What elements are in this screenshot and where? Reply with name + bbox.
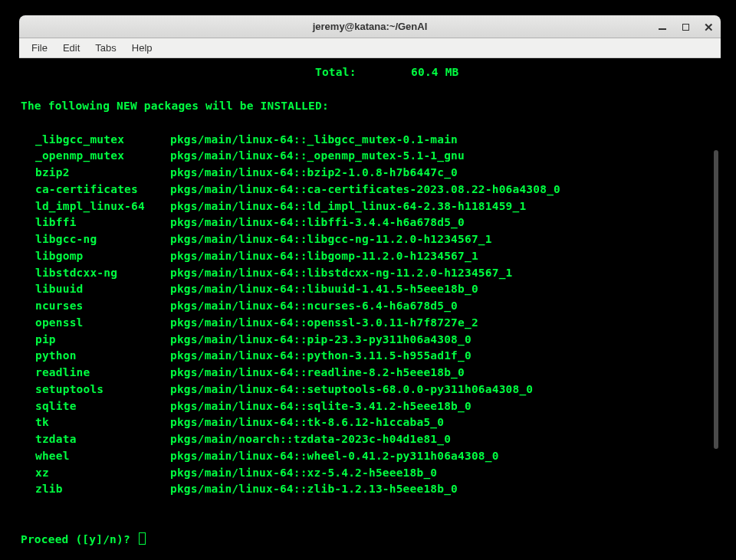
package-row: _libgcc_mutexpkgs/main/linux-64::_libgcc… bbox=[21, 132, 719, 149]
package-spec: pkgs/main/linux-64::libgcc-ng-11.2.0-h12… bbox=[170, 231, 492, 248]
package-name: libgomp bbox=[21, 248, 170, 265]
package-row: setuptoolspkgs/main/linux-64::setuptools… bbox=[21, 382, 719, 398]
package-spec: pkgs/main/linux-64::libuuid-1.41.5-h5eee… bbox=[170, 281, 478, 298]
total-label: Total: bbox=[315, 66, 356, 78]
package-spec: pkgs/main/linux-64::libffi-3.4.4-h6a678d… bbox=[170, 215, 465, 231]
menu-file[interactable]: File bbox=[24, 40, 55, 56]
window-title: jeremy@katana:~/GenAI bbox=[313, 21, 428, 32]
package-row: libgcc-ngpkgs/main/linux-64::libgcc-ng-1… bbox=[21, 231, 719, 248]
package-row: wheelpkgs/main/linux-64::wheel-0.41.2-py… bbox=[21, 448, 719, 465]
package-row: libgomppkgs/main/linux-64::libgomp-11.2.… bbox=[21, 248, 719, 265]
package-row: bzip2pkgs/main/linux-64::bzip2-1.0.8-h7b… bbox=[21, 165, 719, 182]
prompt-line: Proceed ([y]/n)? bbox=[21, 532, 719, 549]
window-controls: ✕ bbox=[656, 15, 715, 38]
package-name: _libgcc_mutex bbox=[21, 132, 170, 149]
package-name: readline bbox=[21, 365, 170, 382]
package-spec: pkgs/main/linux-64::libstdcxx-ng-11.2.0-… bbox=[170, 265, 513, 282]
total-value: 60.4 MB bbox=[411, 66, 459, 78]
package-name: setuptools bbox=[21, 382, 170, 398]
package-spec: pkgs/main/linux-64::openssl-3.0.11-h7f87… bbox=[170, 315, 478, 332]
package-row: tkpkgs/main/linux-64::tk-8.6.12-h1ccaba5… bbox=[21, 414, 719, 431]
package-spec: pkgs/main/linux-64::xz-5.4.2-h5eee18b_0 bbox=[170, 465, 437, 482]
minimize-button[interactable] bbox=[656, 21, 669, 33]
scrollbar[interactable] bbox=[714, 150, 718, 449]
package-row: ncursespkgs/main/linux-64::ncurses-6.4-h… bbox=[21, 298, 719, 315]
prompt-text: Proceed ([y]/n)? bbox=[21, 533, 137, 545]
package-name: sqlite bbox=[21, 398, 170, 415]
minimize-icon bbox=[659, 28, 666, 30]
cursor bbox=[139, 532, 146, 545]
package-spec: pkgs/main/linux-64::_libgcc_mutex-0.1-ma… bbox=[170, 132, 458, 149]
package-row: sqlitepkgs/main/linux-64::sqlite-3.41.2-… bbox=[21, 398, 719, 415]
package-list: _libgcc_mutexpkgs/main/linux-64::_libgcc… bbox=[21, 132, 719, 499]
package-row: tzdatapkgs/main/noarch::tzdata-2023c-h04… bbox=[21, 431, 719, 448]
terminal-content[interactable]: Total: 60.4 MB The following NEW package… bbox=[19, 58, 721, 552]
menubar: File Edit Tabs Help bbox=[19, 38, 721, 58]
total-line: Total: 60.4 MB bbox=[21, 64, 719, 81]
package-spec: pkgs/main/linux-64::bzip2-1.0.8-h7b6447c… bbox=[170, 165, 458, 182]
package-row: libuuidpkgs/main/linux-64::libuuid-1.41.… bbox=[21, 281, 719, 298]
package-name: _openmp_mutex bbox=[21, 148, 170, 165]
install-header: The following NEW packages will be INSTA… bbox=[21, 98, 719, 115]
package-name: wheel bbox=[21, 448, 170, 465]
package-name: bzip2 bbox=[21, 165, 170, 182]
package-spec: pkgs/main/linux-64::setuptools-68.0.0-py… bbox=[170, 382, 533, 398]
package-spec: pkgs/main/linux-64::ld_impl_linux-64-2.3… bbox=[170, 198, 526, 215]
package-row: pippkgs/main/linux-64::pip-23.3-py311h06… bbox=[21, 332, 719, 349]
package-name: libstdcxx-ng bbox=[21, 265, 170, 282]
package-spec: pkgs/main/noarch::tzdata-2023c-h04d1e81_… bbox=[170, 431, 451, 448]
package-row: readlinepkgs/main/linux-64::readline-8.2… bbox=[21, 365, 719, 382]
close-button[interactable]: ✕ bbox=[702, 21, 715, 33]
package-name: pip bbox=[21, 332, 170, 349]
package-spec: pkgs/main/linux-64::pip-23.3-py311h06a43… bbox=[170, 332, 472, 349]
menu-tabs[interactable]: Tabs bbox=[87, 40, 123, 56]
package-row: xzpkgs/main/linux-64::xz-5.4.2-h5eee18b_… bbox=[21, 465, 719, 482]
package-spec: pkgs/main/linux-64::zlib-1.2.13-h5eee18b… bbox=[170, 481, 458, 498]
package-row: pythonpkgs/main/linux-64::python-3.11.5-… bbox=[21, 348, 719, 365]
package-name: xz bbox=[21, 465, 170, 482]
package-name: libuuid bbox=[21, 281, 170, 298]
package-spec: pkgs/main/linux-64::_openmp_mutex-5.1-1_… bbox=[170, 148, 465, 165]
titlebar: jeremy@katana:~/GenAI ✕ bbox=[19, 15, 721, 38]
terminal-window: jeremy@katana:~/GenAI ✕ File Edit Tabs H… bbox=[19, 15, 721, 552]
menu-edit[interactable]: Edit bbox=[55, 40, 87, 56]
package-row: ca-certificatespkgs/main/linux-64::ca-ce… bbox=[21, 182, 719, 198]
package-name: ca-certificates bbox=[21, 182, 170, 198]
package-spec: pkgs/main/linux-64::ncurses-6.4-h6a678d5… bbox=[170, 298, 458, 315]
package-name: python bbox=[21, 348, 170, 365]
package-name: openssl bbox=[21, 315, 170, 332]
package-spec: pkgs/main/linux-64::readline-8.2-h5eee18… bbox=[170, 365, 465, 382]
package-row: ld_impl_linux-64pkgs/main/linux-64::ld_i… bbox=[21, 198, 719, 215]
package-spec: pkgs/main/linux-64::tk-8.6.12-h1ccaba5_0 bbox=[170, 414, 444, 431]
package-row: zlibpkgs/main/linux-64::zlib-1.2.13-h5ee… bbox=[21, 481, 719, 498]
package-spec: pkgs/main/linux-64::libgomp-11.2.0-h1234… bbox=[170, 248, 478, 265]
package-name: libgcc-ng bbox=[21, 231, 170, 248]
package-name: ld_impl_linux-64 bbox=[21, 198, 170, 215]
package-name: ncurses bbox=[21, 298, 170, 315]
package-spec: pkgs/main/linux-64::sqlite-3.41.2-h5eee1… bbox=[170, 398, 472, 415]
package-name: tzdata bbox=[21, 431, 170, 448]
close-icon: ✕ bbox=[704, 21, 714, 33]
package-name: zlib bbox=[21, 481, 170, 498]
package-row: libstdcxx-ngpkgs/main/linux-64::libstdcx… bbox=[21, 265, 719, 282]
package-spec: pkgs/main/linux-64::wheel-0.41.2-py311h0… bbox=[170, 448, 499, 465]
package-name: libffi bbox=[21, 215, 170, 231]
package-row: libffipkgs/main/linux-64::libffi-3.4.4-h… bbox=[21, 215, 719, 231]
package-name: tk bbox=[21, 414, 170, 431]
maximize-button[interactable] bbox=[679, 21, 692, 33]
package-row: _openmp_mutexpkgs/main/linux-64::_openmp… bbox=[21, 148, 719, 165]
maximize-icon bbox=[682, 24, 689, 31]
package-row: opensslpkgs/main/linux-64::openssl-3.0.1… bbox=[21, 315, 719, 332]
menu-help[interactable]: Help bbox=[124, 40, 160, 56]
package-spec: pkgs/main/linux-64::ca-certificates-2023… bbox=[170, 182, 560, 198]
package-spec: pkgs/main/linux-64::python-3.11.5-h955ad… bbox=[170, 348, 472, 365]
